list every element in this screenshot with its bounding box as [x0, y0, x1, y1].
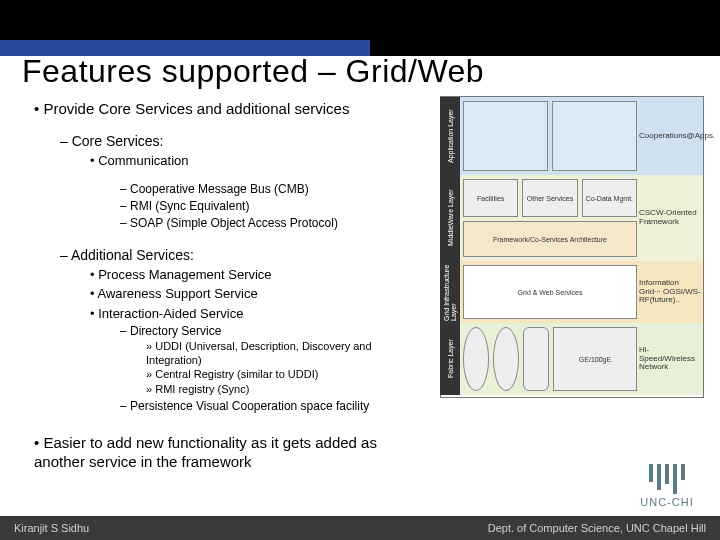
- layer-label: MiddleWare Layer: [440, 175, 460, 261]
- unc-logo: UNC-CHI: [632, 464, 702, 508]
- footer-author: Kiranjit S Sidhu: [14, 522, 89, 534]
- bullet-main-2: Easier to add new functionality as it ge…: [34, 434, 424, 472]
- fabric-icon: [493, 327, 519, 391]
- fabric-icon: [463, 327, 489, 391]
- dir-item: Central Registry (similar to UDDI): [146, 368, 424, 382]
- footer-dept: Dept. of Computer Science, UNC Chapel Hi…: [488, 522, 706, 534]
- add-item: Interaction-Aided Service: [90, 306, 424, 322]
- mw-box: Other Services: [522, 179, 577, 217]
- additional-services-header: Additional Services:: [60, 247, 424, 265]
- add-item: Awareness Support Service: [90, 286, 424, 302]
- fabric-box: GE/100gE: [553, 327, 637, 391]
- bullet-main-1: Provide Core Services and additional ser…: [34, 100, 424, 119]
- grid-box: Grid & Web Services: [463, 265, 637, 319]
- footer-bar: Kiranjit S Sidhu Dept. of Computer Scien…: [0, 516, 720, 540]
- core-services-header: Core Services:: [60, 133, 424, 151]
- core-item: RMI (Sync Equivalent): [120, 199, 424, 214]
- logo-bars-icon: [649, 464, 685, 494]
- mw-box: Facilities: [463, 179, 518, 217]
- layer-side: Cooperations@Apps.: [639, 97, 701, 175]
- fabric-icon: [523, 327, 549, 391]
- core-item: Cooperative Message Bus (CMB): [120, 182, 424, 197]
- slide-title: Features supported – Grid/Web: [22, 53, 484, 90]
- layer-label: Fabric Layer: [440, 323, 460, 395]
- layer-label: Grid Infrastructure Layer: [440, 261, 460, 323]
- mw-box: Co-Data Mgmt.: [582, 179, 637, 217]
- layer-side: Hi-Speed/Wireless Network: [639, 323, 701, 395]
- core-communication: Communication: [90, 153, 424, 169]
- app-box: [463, 101, 548, 171]
- persistence-item: Persistence Visual Cooperation space fac…: [120, 399, 424, 414]
- layer-side: Information Grid··· OGSI/WS-RF(future)..: [639, 261, 701, 323]
- core-item: SOAP (Simple Object Access Protocol): [120, 216, 424, 231]
- dir-item: RMI registry (Sync): [146, 383, 424, 397]
- logo-text: UNC-CHI: [640, 496, 693, 508]
- dir-item: UDDI (Universal, Description, Discovery …: [146, 340, 424, 368]
- mw-framework-box: Framework/Co-Services Architecture: [463, 221, 637, 257]
- layer-label: Application Layer: [440, 97, 460, 175]
- slide-body: Provide Core Services and additional ser…: [34, 100, 424, 485]
- title-bar: [0, 0, 720, 56]
- directory-service-header: Directory Service: [120, 324, 424, 339]
- layer-side: CSCW-Oriented Framework: [639, 175, 701, 261]
- add-item: Process Management Service: [90, 267, 424, 283]
- architecture-diagram: Application Layer Cooperations@Apps. Mid…: [440, 96, 704, 398]
- app-box: [552, 101, 637, 171]
